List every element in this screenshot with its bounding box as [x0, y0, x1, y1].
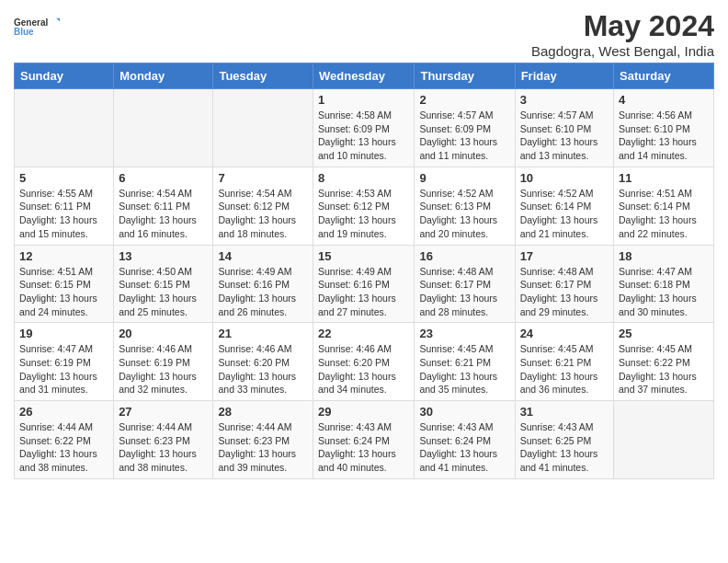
cell-w4-d3: 21Sunrise: 4:46 AM Sunset: 6:20 PM Dayli…: [213, 323, 313, 401]
cell-w2-d2: 6Sunrise: 4:54 AM Sunset: 6:11 PM Daylig…: [114, 167, 213, 245]
day-info: Sunrise: 4:57 AM Sunset: 6:10 PM Dayligh…: [520, 109, 609, 163]
calendar-table: SundayMondayTuesdayWednesdayThursdayFrid…: [14, 63, 714, 479]
day-info: Sunrise: 4:47 AM Sunset: 6:18 PM Dayligh…: [619, 265, 709, 319]
day-info: Sunrise: 4:54 AM Sunset: 6:11 PM Dayligh…: [119, 187, 208, 241]
logo-svg: General Blue: [14, 9, 60, 44]
day-number: 13: [119, 249, 208, 263]
cell-w3-d1: 12Sunrise: 4:51 AM Sunset: 6:15 PM Dayli…: [15, 245, 114, 323]
day-number: 4: [619, 93, 709, 107]
day-number: 23: [419, 327, 509, 340]
day-info: Sunrise: 4:45 AM Sunset: 6:22 PM Dayligh…: [619, 342, 709, 396]
day-info: Sunrise: 4:58 AM Sunset: 6:09 PM Dayligh…: [318, 109, 409, 163]
day-info: Sunrise: 4:43 AM Sunset: 6:25 PM Dayligh…: [520, 420, 609, 475]
logo: General Blue: [14, 9, 60, 44]
svg-marker-2: [56, 18, 60, 23]
day-number: 5: [19, 171, 108, 185]
calendar-header-row: SundayMondayTuesdayWednesdayThursdayFrid…: [15, 63, 714, 89]
day-info: Sunrise: 4:43 AM Sunset: 6:24 PM Dayligh…: [318, 420, 409, 475]
day-info: Sunrise: 4:49 AM Sunset: 6:16 PM Dayligh…: [218, 265, 308, 319]
cell-w2-d4: 8Sunrise: 4:53 AM Sunset: 6:12 PM Daylig…: [313, 167, 415, 245]
cell-w4-d7: 25Sunrise: 4:45 AM Sunset: 6:22 PM Dayli…: [614, 323, 714, 401]
day-info: Sunrise: 4:45 AM Sunset: 6:21 PM Dayligh…: [419, 342, 509, 396]
cell-w5-d6: 31Sunrise: 4:43 AM Sunset: 6:25 PM Dayli…: [515, 401, 613, 479]
cell-w5-d4: 29Sunrise: 4:43 AM Sunset: 6:24 PM Dayli…: [313, 401, 415, 479]
header-friday: Friday: [515, 63, 613, 89]
day-number: 8: [318, 171, 409, 185]
day-info: Sunrise: 4:45 AM Sunset: 6:21 PM Dayligh…: [520, 342, 609, 396]
day-info: Sunrise: 4:46 AM Sunset: 6:19 PM Dayligh…: [119, 342, 208, 396]
day-number: 18: [619, 249, 709, 263]
cell-w1-d5: 2Sunrise: 4:57 AM Sunset: 6:09 PM Daylig…: [415, 89, 515, 167]
day-number: 16: [419, 249, 509, 263]
location-subtitle: Bagdogra, West Bengal, India: [531, 43, 714, 59]
cell-w5-d7: [614, 401, 714, 479]
day-info: Sunrise: 4:48 AM Sunset: 6:17 PM Dayligh…: [419, 265, 509, 319]
day-number: 28: [218, 405, 308, 419]
cell-w2-d7: 11Sunrise: 4:51 AM Sunset: 6:14 PM Dayli…: [614, 167, 714, 245]
cell-w1-d4: 1Sunrise: 4:58 AM Sunset: 6:09 PM Daylig…: [313, 89, 415, 167]
day-info: Sunrise: 4:44 AM Sunset: 6:23 PM Dayligh…: [119, 420, 208, 475]
day-number: 24: [520, 327, 609, 340]
cell-w4-d4: 22Sunrise: 4:46 AM Sunset: 6:20 PM Dayli…: [313, 323, 415, 401]
day-number: 12: [19, 249, 108, 263]
cell-w2-d1: 5Sunrise: 4:55 AM Sunset: 6:11 PM Daylig…: [15, 167, 114, 245]
header-sunday: Sunday: [15, 63, 114, 89]
header-saturday: Saturday: [614, 63, 714, 89]
day-number: 2: [419, 93, 509, 107]
day-info: Sunrise: 4:56 AM Sunset: 6:10 PM Dayligh…: [619, 109, 709, 163]
day-number: 30: [419, 405, 509, 419]
cell-w3-d6: 17Sunrise: 4:48 AM Sunset: 6:17 PM Dayli…: [515, 245, 613, 323]
day-info: Sunrise: 4:55 AM Sunset: 6:11 PM Dayligh…: [19, 187, 108, 241]
day-number: 31: [520, 405, 609, 419]
day-info: Sunrise: 4:44 AM Sunset: 6:22 PM Dayligh…: [19, 420, 108, 475]
day-info: Sunrise: 4:46 AM Sunset: 6:20 PM Dayligh…: [218, 342, 308, 396]
day-number: 14: [218, 249, 308, 263]
day-number: 7: [218, 171, 308, 185]
header-wednesday: Wednesday: [313, 63, 415, 89]
day-info: Sunrise: 4:53 AM Sunset: 6:12 PM Dayligh…: [318, 187, 409, 241]
cell-w3-d2: 13Sunrise: 4:50 AM Sunset: 6:15 PM Dayli…: [114, 245, 213, 323]
cell-w1-d1: [15, 89, 114, 167]
week-row-1: 1Sunrise: 4:58 AM Sunset: 6:09 PM Daylig…: [15, 89, 714, 167]
day-number: 25: [619, 327, 709, 340]
month-year-title: May 2024: [531, 9, 714, 43]
cell-w2-d6: 10Sunrise: 4:52 AM Sunset: 6:14 PM Dayli…: [515, 167, 613, 245]
day-info: Sunrise: 4:57 AM Sunset: 6:09 PM Dayligh…: [419, 109, 509, 163]
day-info: Sunrise: 4:52 AM Sunset: 6:13 PM Dayligh…: [419, 187, 509, 241]
cell-w5-d2: 27Sunrise: 4:44 AM Sunset: 6:23 PM Dayli…: [114, 401, 213, 479]
day-number: 15: [318, 249, 409, 263]
day-number: 10: [520, 171, 609, 185]
cell-w4-d2: 20Sunrise: 4:46 AM Sunset: 6:19 PM Dayli…: [114, 323, 213, 401]
day-info: Sunrise: 4:47 AM Sunset: 6:19 PM Dayligh…: [19, 342, 108, 396]
header-thursday: Thursday: [415, 63, 515, 89]
day-number: 19: [19, 327, 108, 340]
week-row-4: 19Sunrise: 4:47 AM Sunset: 6:19 PM Dayli…: [15, 323, 714, 401]
day-number: 20: [119, 327, 208, 340]
cell-w1-d7: 4Sunrise: 4:56 AM Sunset: 6:10 PM Daylig…: [614, 89, 714, 167]
day-info: Sunrise: 4:46 AM Sunset: 6:20 PM Dayligh…: [318, 342, 409, 396]
day-info: Sunrise: 4:52 AM Sunset: 6:14 PM Dayligh…: [520, 187, 609, 241]
cell-w5-d3: 28Sunrise: 4:44 AM Sunset: 6:23 PM Dayli…: [213, 401, 313, 479]
day-number: 22: [318, 327, 409, 340]
cell-w2-d5: 9Sunrise: 4:52 AM Sunset: 6:13 PM Daylig…: [415, 167, 515, 245]
day-info: Sunrise: 4:44 AM Sunset: 6:23 PM Dayligh…: [218, 420, 308, 475]
header-monday: Monday: [114, 63, 213, 89]
cell-w5-d5: 30Sunrise: 4:43 AM Sunset: 6:24 PM Dayli…: [415, 401, 515, 479]
day-number: 6: [119, 171, 208, 185]
page: General Blue May 2024 Bagdogra, West Ben…: [0, 0, 728, 493]
day-number: 29: [318, 405, 409, 419]
svg-text:General: General: [14, 17, 48, 28]
day-info: Sunrise: 4:54 AM Sunset: 6:12 PM Dayligh…: [218, 187, 308, 241]
day-number: 27: [119, 405, 208, 419]
svg-text:Blue: Blue: [14, 27, 34, 37]
day-info: Sunrise: 4:51 AM Sunset: 6:14 PM Dayligh…: [619, 187, 709, 241]
cell-w2-d3: 7Sunrise: 4:54 AM Sunset: 6:12 PM Daylig…: [213, 167, 313, 245]
day-number: 17: [520, 249, 609, 263]
cell-w3-d3: 14Sunrise: 4:49 AM Sunset: 6:16 PM Dayli…: [213, 245, 313, 323]
header-tuesday: Tuesday: [213, 63, 313, 89]
day-number: 3: [520, 93, 609, 107]
cell-w1-d3: [213, 89, 313, 167]
day-number: 11: [619, 171, 709, 185]
cell-w5-d1: 26Sunrise: 4:44 AM Sunset: 6:22 PM Dayli…: [15, 401, 114, 479]
week-row-3: 12Sunrise: 4:51 AM Sunset: 6:15 PM Dayli…: [15, 245, 714, 323]
